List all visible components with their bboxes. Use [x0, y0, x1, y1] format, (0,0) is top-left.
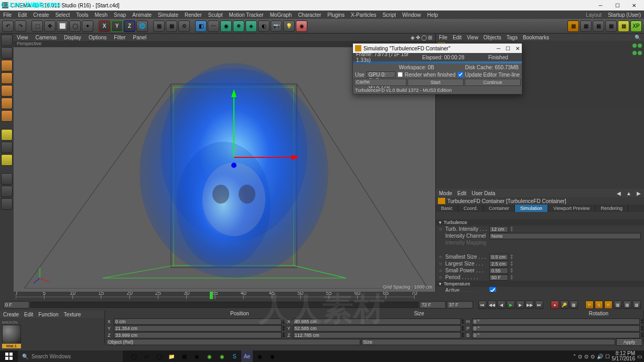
attr-nav-up[interactable]: ▲ — [626, 190, 631, 196]
polygon-mode[interactable] — [1, 110, 13, 122]
p-rot[interactable] — [472, 325, 640, 332]
prev-key[interactable]: ◀◀ — [488, 301, 496, 309]
attr-menu-edit[interactable]: Edit — [457, 190, 466, 196]
update-timeline-chk[interactable] — [458, 72, 463, 77]
sim-min-button[interactable]: ─ — [497, 46, 500, 51]
menu-select[interactable]: Select — [55, 12, 70, 18]
attr-content[interactable]: Turbulence ○Turb. Intensity . . .‡ Inten… — [436, 212, 644, 292]
simulation-dialog[interactable]: Simulating "TurbulenceFD Container" ─ ☐ … — [352, 43, 522, 94]
smallest-size-field[interactable] — [489, 254, 508, 260]
period-field[interactable] — [489, 274, 508, 281]
attr-menu-mode[interactable]: Mode — [439, 190, 452, 196]
viewport-tool-1[interactable] — [1, 142, 13, 153]
task-cortana[interactable]: ◯ — [128, 350, 139, 362]
xpresso-tool[interactable]: ◉ — [296, 20, 307, 32]
x-axis-lock[interactable]: X — [99, 20, 110, 32]
current-frame-field[interactable] — [447, 301, 473, 308]
task-chrome[interactable]: ◉ — [191, 350, 202, 362]
key-scale[interactable]: S — [595, 301, 603, 309]
active-checkbox[interactable] — [489, 287, 496, 292]
attr-nav-back[interactable]: ◀ — [617, 190, 621, 196]
tray-icon-1[interactable]: ⊙ — [578, 354, 582, 359]
vp-icon-4[interactable]: ⊞ — [428, 35, 432, 40]
extra-tool-4[interactable]: ▦ — [605, 20, 617, 32]
section-temperature[interactable]: Temperature — [436, 281, 644, 287]
render-region[interactable]: ▦ — [166, 20, 177, 32]
sim-max-button[interactable]: ☐ — [506, 46, 510, 51]
vp-menu-cameras[interactable]: Cameras — [36, 35, 57, 40]
attr-nav-fwd[interactable]: ▶ — [637, 190, 641, 196]
y-pos[interactable] — [114, 325, 282, 332]
menu-window[interactable]: Window — [402, 12, 421, 18]
vp-menu-display[interactable]: Display — [64, 35, 81, 40]
snap-tool[interactable] — [1, 154, 13, 166]
task-c4d[interactable]: ◉ — [254, 350, 265, 362]
prev-frame[interactable]: ◀ — [497, 301, 506, 309]
task-app3[interactable]: ◉ — [216, 350, 228, 362]
tray-lang[interactable]: ☐ — [605, 354, 610, 359]
vis-dot[interactable] — [632, 51, 637, 55]
scale-tool[interactable]: ⬜ — [57, 20, 68, 32]
section-turbulence[interactable]: Turbulence — [436, 219, 644, 226]
sim-close-button[interactable]: ✕ — [516, 46, 520, 51]
misc-tool-3[interactable] — [1, 198, 13, 210]
menu-plugins[interactable]: Plugins — [327, 12, 345, 18]
vp-icon-3[interactable]: ◯ — [421, 35, 427, 40]
tab-container[interactable]: Container — [484, 205, 515, 212]
goto-start[interactable]: ⏮ — [478, 301, 487, 309]
render-view[interactable]: ▦ — [153, 20, 165, 32]
cube-primitive[interactable]: ◧ — [195, 20, 207, 32]
obj-menu-view[interactable]: View — [467, 35, 478, 40]
autokey-button[interactable]: 🔑 — [560, 301, 568, 309]
attr-menu-userdata[interactable]: User Data — [471, 190, 495, 196]
undo-button[interactable]: ↶ — [2, 20, 14, 32]
task-ae[interactable]: Ae — [241, 350, 253, 362]
tray-expand[interactable]: ˄ — [573, 354, 576, 359]
y-size[interactable] — [293, 325, 461, 332]
intensity-channel-field[interactable] — [489, 233, 641, 239]
xp-button[interactable]: XP — [630, 20, 642, 32]
goto-end[interactable]: ⏭ — [535, 301, 543, 309]
end-frame-field[interactable] — [420, 301, 446, 308]
key-pos[interactable]: P — [585, 301, 594, 309]
x-pos[interactable] — [114, 318, 282, 325]
menu-xparticles[interactable]: X-Particles — [351, 12, 376, 18]
workplane-mode[interactable] — [1, 72, 13, 84]
small-power-field[interactable] — [489, 268, 508, 274]
extra-tool-1[interactable]: ▦ — [567, 20, 579, 32]
redo-button[interactable]: ↷ — [15, 20, 26, 32]
close-button[interactable]: ✕ — [626, 1, 642, 10]
task-skype[interactable]: S — [229, 350, 240, 362]
next-key[interactable]: ▶▶ — [525, 301, 534, 309]
range-slider[interactable] — [30, 302, 418, 308]
menu-snap[interactable]: Snap — [114, 12, 126, 18]
menu-script[interactable]: Script — [382, 12, 396, 18]
gpu-select[interactable]: GPU 0: GeForce GTX 770 — [367, 71, 395, 78]
start-frame-field[interactable] — [3, 301, 29, 308]
render-finished-chk[interactable] — [398, 72, 403, 77]
tab-basic[interactable]: Basic — [436, 205, 458, 212]
menu-sculpt[interactable]: Sculpt — [208, 12, 223, 18]
light-tool[interactable]: 💡 — [283, 20, 295, 32]
vp-menu-panel[interactable]: Panel — [133, 35, 147, 40]
obj-search-icon[interactable]: 🔍 — [635, 35, 641, 40]
vp-menu-filter[interactable]: Filter — [114, 35, 125, 40]
model-mode[interactable] — [1, 35, 13, 46]
misc-tool-1[interactable] — [1, 173, 13, 185]
tray-icon-2[interactable]: ⊙ — [584, 354, 588, 359]
task-app2[interactable]: ◉ — [203, 350, 215, 362]
z-pos[interactable] — [114, 332, 282, 338]
edge-mode[interactable] — [1, 98, 13, 109]
deformer-tool[interactable]: ◈ — [245, 20, 257, 32]
menu-simulate[interactable]: Simulate — [158, 12, 178, 18]
menu-mesh[interactable]: Mesh — [95, 12, 108, 18]
tray-notifications[interactable]: ▭ — [637, 354, 642, 359]
extra-tool-5[interactable]: ▦ — [618, 20, 629, 32]
vp-icon-2[interactable]: ✥ — [416, 35, 420, 40]
largest-size-field[interactable] — [489, 261, 508, 267]
render-settings[interactable]: ⚙ — [178, 20, 190, 32]
material-name[interactable]: Mat.1 — [2, 344, 21, 348]
tray-volume[interactable]: 🔊 — [597, 354, 603, 359]
select-tool[interactable]: ⬚ — [31, 20, 43, 32]
minimize-button[interactable]: ─ — [593, 1, 608, 10]
